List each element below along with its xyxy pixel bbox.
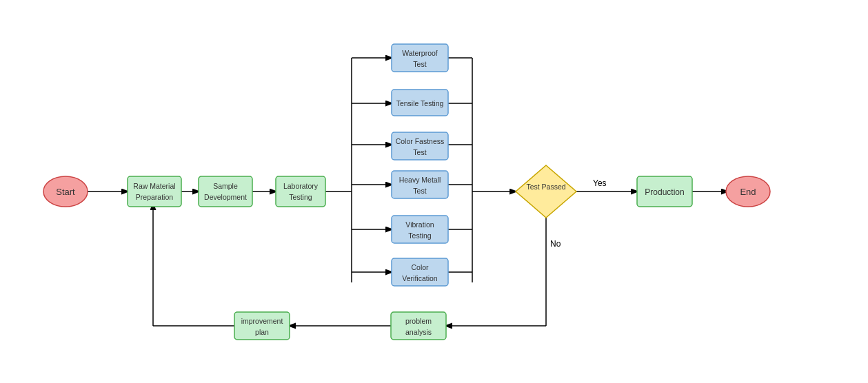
waterproof-label-1: Waterproof [402,49,438,57]
color-verify-label-2: Verification [402,274,438,282]
production-label: Production [645,187,684,197]
raw-material-label-1: Raw Material [133,182,175,190]
problem-analysis-label-2: analysis [405,328,432,336]
raw-material-node [128,176,181,207]
improvement-label-1: improvement [241,317,283,325]
vibration-label-1: Vibration [405,220,434,229]
yes-label: Yes [593,178,607,188]
improvement-label-2: plan [255,328,269,336]
heavy-metal-label-2: Test [413,187,426,195]
problem-analysis-label-1: problem [405,317,432,325]
lab-testing-node [276,176,325,207]
end-label: End [740,187,756,197]
lab-testing-label-1: Laboratory [283,182,319,190]
sample-dev-node [199,176,252,207]
color-fastness-label-1: Color Fastness [396,137,445,145]
tensile-label: Tensile Testing [396,99,444,107]
sample-dev-label-2: Development [204,193,247,201]
sample-dev-label-1: Sample [213,182,238,190]
heavy-metal-label-1: Heavy Metall [399,176,441,184]
no-label: No [550,239,561,249]
waterproof-label-2: Test [413,60,426,68]
test-passed-node [516,165,576,218]
start-label: Start [56,187,75,197]
color-verify-label-1: Color [411,263,429,271]
vibration-label-2: Testing [408,231,431,240]
lab-testing-label-2: Testing [289,193,312,201]
test-passed-label-1: Test Passed [526,183,565,191]
raw-material-label-2: Preparation [136,193,173,201]
color-fastness-label-2: Test [413,148,426,156]
